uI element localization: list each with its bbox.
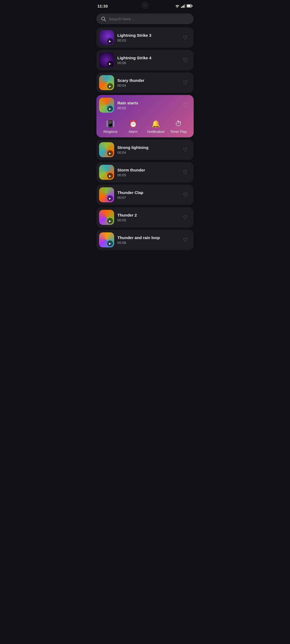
track-info-thunder-clap: Thunder Clap 00:07 xyxy=(117,190,177,200)
battery-icon xyxy=(187,4,193,8)
timer-play-label: Timer Play xyxy=(170,130,187,134)
notification-icon: 🔔 xyxy=(151,120,160,128)
track-thumb-storm-thunder: ▶ xyxy=(99,165,114,180)
play-button-lightning4[interactable]: ▶ xyxy=(107,61,113,67)
track-item-lightning3[interactable]: ▶ Lightning Strike 3 00:03 ♡ xyxy=(96,27,194,48)
track-info-thunder2: Thunder 2 00:05 xyxy=(117,213,177,222)
track-duration-strong-lightning: 00:04 xyxy=(117,151,177,155)
favorite-button-lightning3[interactable]: ♡ xyxy=(181,33,190,42)
favorite-button-strong-lightning[interactable]: ♡ xyxy=(181,145,190,154)
track-duration-thunder2: 00:05 xyxy=(117,218,177,222)
track-item-strong-lightning[interactable]: ▶ Strong lightning 00:04 ♡ xyxy=(96,140,194,160)
notification-label: Notification xyxy=(147,130,164,134)
track-thumb-thunder-clap: ▶ xyxy=(99,187,114,202)
track-name-scary-thunder: Scary thunder xyxy=(117,78,177,83)
favorite-button-thunder-rain-loop[interactable]: ♡ xyxy=(181,235,190,244)
track-thumb-scary-thunder: ▶ xyxy=(99,75,114,90)
play-button-storm-thunder[interactable]: ▶ xyxy=(107,173,113,179)
track-duration-rain-starts: 00:02 xyxy=(117,106,177,110)
track-item-storm-thunder[interactable]: ▶ Storm thunder 00:05 ♡ xyxy=(96,162,194,182)
track-duration-lightning4: 00:08 xyxy=(117,61,177,65)
alarm-action[interactable]: ⏰ Alarm xyxy=(124,120,143,134)
track-name-thunder-clap: Thunder Clap xyxy=(117,190,177,195)
favorite-button-storm-thunder[interactable]: ♡ xyxy=(181,168,190,177)
track-thumb-lightning4: ▶ xyxy=(99,53,114,68)
play-button-thunder-clap[interactable]: ▶ xyxy=(107,195,113,201)
track-item-thunder-rain-loop[interactable]: ▶ Thunder and rain loop 00:08 ♡ xyxy=(96,230,194,250)
favorite-button-rain-starts[interactable]: ♡ xyxy=(181,101,190,110)
svg-rect-3 xyxy=(184,4,185,8)
track-name-thunder2: Thunder 2 xyxy=(117,213,177,217)
track-thumb-lightning3: ▶ xyxy=(99,30,114,45)
track-info-scary-thunder: Scary thunder 00:04 xyxy=(117,78,177,87)
track-duration-thunder-clap: 00:07 xyxy=(117,196,177,200)
favorite-button-thunder-clap[interactable]: ♡ xyxy=(181,190,190,199)
track-duration-storm-thunder: 00:05 xyxy=(117,173,177,177)
timer-play-icon: ⏱ xyxy=(175,120,182,128)
svg-rect-2 xyxy=(183,5,184,8)
status-icons xyxy=(175,4,193,8)
play-button-thunder-rain-loop[interactable]: ▶ xyxy=(107,240,113,246)
track-duration-lightning3: 00:03 xyxy=(117,38,177,42)
track-name-storm-thunder: Storm thunder xyxy=(117,168,177,172)
search-bar[interactable] xyxy=(96,13,194,24)
track-name-strong-lightning: Strong lightning xyxy=(117,145,177,150)
timer-play-action[interactable]: ⏱ Timer Play xyxy=(169,120,188,134)
svg-line-8 xyxy=(104,20,106,21)
favorite-button-lightning4[interactable]: ♡ xyxy=(181,56,190,65)
track-duration-thunder-rain-loop: 00:08 xyxy=(117,241,177,245)
play-button-scary-thunder[interactable]: ▶ xyxy=(107,83,113,89)
track-info-lightning3: Lightning Strike 3 00:03 xyxy=(117,33,177,42)
status-time: 11:33 xyxy=(97,4,108,8)
track-info-strong-lightning: Strong lightning 00:04 xyxy=(117,145,177,155)
wifi-icon xyxy=(175,4,180,8)
track-info-thunder-rain-loop: Thunder and rain loop 00:08 xyxy=(117,235,177,245)
search-input[interactable] xyxy=(109,17,189,21)
track-thumb-thunder2: ▶ xyxy=(99,210,114,225)
track-item-rain-starts[interactable]: ▶ Rain starts 00:02 ♡ 📳 Ringtone ⏰ Alarm… xyxy=(96,95,194,137)
track-thumb-thunder-rain-loop: ▶ xyxy=(99,232,114,247)
play-button-thunder2[interactable]: ▶ xyxy=(107,218,113,224)
track-info-lightning4: Lightning Strike 4 00:08 xyxy=(117,56,177,65)
track-item-lightning4[interactable]: ▶ Lightning Strike 4 00:08 ♡ xyxy=(96,50,194,70)
play-button-strong-lightning[interactable]: ▶ xyxy=(107,150,113,156)
track-name-thunder-rain-loop: Thunder and rain loop xyxy=(117,235,177,240)
svg-rect-6 xyxy=(192,5,193,6)
svg-point-7 xyxy=(102,17,105,20)
track-duration-scary-thunder: 00:04 xyxy=(117,83,177,87)
search-icon xyxy=(101,16,106,21)
signal-icon xyxy=(181,4,185,8)
track-thumb-strong-lightning: ▶ xyxy=(99,142,114,157)
track-name-rain-starts: Rain starts xyxy=(117,101,177,105)
svg-rect-1 xyxy=(182,6,183,8)
track-info-rain-starts: Rain starts 00:02 xyxy=(117,101,177,110)
alarm-icon: ⏰ xyxy=(129,120,137,128)
action-tray: 📳 Ringtone ⏰ Alarm 🔔 Notification ⏱ Time… xyxy=(99,116,190,136)
ringtone-label: Ringtone xyxy=(103,130,117,134)
track-list: ▶ Lightning Strike 3 00:03 ♡ ▶ Lightning… xyxy=(93,27,197,250)
play-button-lightning3[interactable]: ▶ xyxy=(107,38,113,44)
favorite-button-scary-thunder[interactable]: ♡ xyxy=(181,78,190,87)
track-name-lightning3: Lightning Strike 3 xyxy=(117,33,177,38)
track-item-thunder-clap[interactable]: ▶ Thunder Clap 00:07 ♡ xyxy=(96,185,194,205)
play-button-rain-starts[interactable]: ▶ xyxy=(107,106,113,112)
alarm-label: Alarm xyxy=(129,130,138,134)
svg-rect-0 xyxy=(181,7,182,8)
track-name-lightning4: Lightning Strike 4 xyxy=(117,56,177,60)
notification-action[interactable]: 🔔 Notification xyxy=(146,120,165,134)
svg-rect-5 xyxy=(187,5,191,7)
ringtone-icon: 📳 xyxy=(106,120,115,128)
track-item-scary-thunder[interactable]: ▶ Scary thunder 00:04 ♡ xyxy=(96,72,194,93)
track-item-thunder2[interactable]: ▶ Thunder 2 00:05 ♡ xyxy=(96,207,194,228)
track-thumb-rain-starts: ▶ xyxy=(99,98,114,113)
ringtone-action[interactable]: 📳 Ringtone xyxy=(101,120,120,134)
track-info-storm-thunder: Storm thunder 00:05 xyxy=(117,168,177,177)
favorite-button-thunder2[interactable]: ♡ xyxy=(181,213,190,222)
